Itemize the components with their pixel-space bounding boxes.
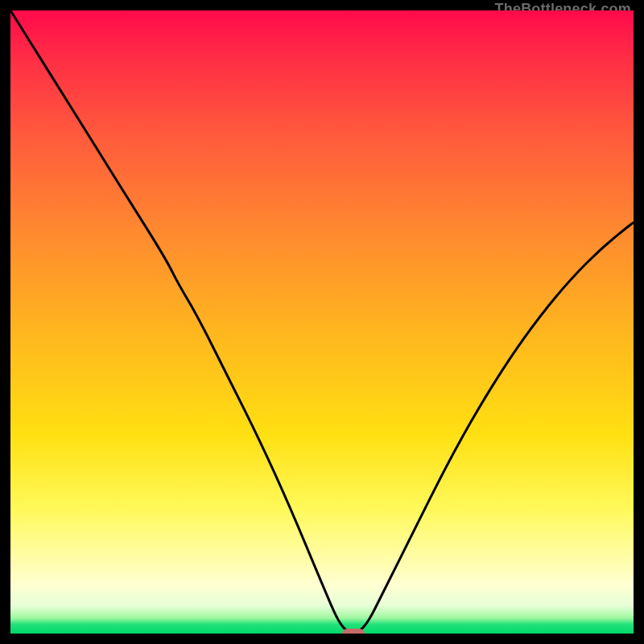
curve-svg — [10, 10, 634, 634]
plot-area — [10, 10, 634, 634]
optimal-marker — [342, 629, 365, 634]
bottleneck-curve-path — [10, 10, 634, 632]
chart-frame: TheBottleneck.com — [0, 0, 644, 644]
